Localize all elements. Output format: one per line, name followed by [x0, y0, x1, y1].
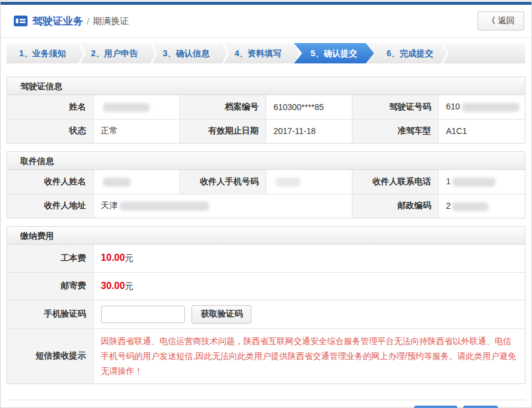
- table-row: 邮寄费 30.00元: [7, 272, 525, 300]
- table-row: 姓名 档案编号 610300****85 驾驶证号码 610: [7, 95, 525, 119]
- redacted-value: [452, 178, 495, 187]
- production-fee-amount: 10.00: [101, 252, 125, 263]
- vehicle-class-label: 准驾车型: [352, 119, 439, 143]
- sms-notice-cell: 因陕西省联通、电信运营商技术问题，陕西省互联网交通安全综合服务管理平台无法向持陕…: [93, 328, 525, 383]
- sms-code-cell: 获取验证码: [93, 300, 525, 328]
- sms-notice-label: 短信接收提示: [7, 328, 93, 383]
- table-row: 工本费 10.00元: [7, 245, 525, 272]
- file-number-value: 610300****85: [266, 95, 352, 119]
- payment-panel: 缴纳费用 工本费 10.00元 邮寄费 30.00元 手机验证码 获取验证码 短…: [7, 226, 525, 384]
- recipient-address-value: 天津: [93, 194, 352, 218]
- step-3-confirm-info: 3、确认信息: [150, 43, 222, 63]
- name-value: [93, 95, 180, 119]
- pickup-info-panel: 取件信息 收件人姓名 收件人手机号码 收件人联系电话 1 收件人地址 天津 邮政…: [7, 151, 525, 218]
- step-progress-bar: 1、业务须知 2、用户申告 3、确认信息 4、资料填写 5、确认提交 6、完成提…: [7, 43, 525, 63]
- page-header: 驾驶证业务 / 期满换证 〈返回: [1, 5, 531, 38]
- step-5-confirm-submit-active: 5、确认提交: [294, 43, 374, 63]
- production-fee-value: 10.00元: [93, 245, 525, 272]
- file-number-label: 档案编号: [180, 95, 266, 119]
- vehicle-class-value: A1C1: [439, 119, 525, 143]
- table-row: 状态 正常 有效期止日期 2017-11-18 准驾车型 A1C1: [7, 119, 525, 143]
- license-info-table: 姓名 档案编号 610300****85 驾驶证号码 610 状态 正常 有效期…: [7, 95, 525, 143]
- page-title: 驾驶证业务: [32, 14, 83, 28]
- expiry-date-label: 有效期止日期: [180, 119, 266, 143]
- status-label: 状态: [7, 119, 93, 143]
- table-row: 短信接收提示 因陕西省联通、电信运营商技术问题，陕西省互联网交通安全综合服务管理…: [7, 328, 525, 383]
- step-1-business-notice: 1、业务须知: [7, 43, 78, 63]
- expiry-date-value: 2017-11-18: [266, 119, 352, 143]
- pickup-info-title: 取件信息: [7, 152, 525, 170]
- license-number-value: 610: [439, 95, 525, 119]
- table-row: 收件人地址 天津 邮政编码 2: [7, 194, 525, 218]
- step-2-user-declaration: 2、用户申告: [78, 43, 150, 63]
- sms-code-input[interactable]: [101, 306, 185, 323]
- license-card-icon: [14, 16, 28, 26]
- postage-fee-value: 30.00元: [93, 272, 525, 300]
- table-row: 收件人姓名 收件人手机号码 收件人联系电话 1: [7, 170, 525, 194]
- pickup-info-table: 收件人姓名 收件人手机号码 收件人联系电话 1 收件人地址 天津 邮政编码 2: [7, 170, 525, 218]
- postage-fee-amount: 30.00: [101, 281, 125, 291]
- breadcrumb-current: 期满换证: [93, 16, 129, 27]
- table-row: 手机验证码 获取验证码: [7, 300, 525, 328]
- page: 驾驶证业务 / 期满换证 〈返回 1、业务须知 2、用户申告 3、确认信息 4、…: [0, 0, 532, 408]
- redacted-value: [103, 103, 150, 112]
- status-value: 正常: [93, 119, 180, 143]
- license-info-title: 驾驶证信息: [7, 77, 525, 95]
- footer-actions: 上一步 完成: [1, 400, 531, 408]
- production-fee-unit: 元: [125, 253, 133, 263]
- recipient-name-label: 收件人姓名: [7, 170, 93, 194]
- recipient-name-value: [93, 170, 180, 194]
- redacted-value: [462, 103, 519, 112]
- recipient-mobile-label: 收件人手机号码: [180, 170, 266, 194]
- back-button-label: 返回: [498, 16, 515, 25]
- production-fee-label: 工本费: [7, 245, 93, 272]
- license-info-panel: 驾驶证信息 姓名 档案编号 610300****85 驾驶证号码 610 状态 …: [7, 77, 525, 144]
- postal-code-label: 邮政编码: [352, 194, 439, 218]
- breadcrumb-separator: /: [87, 16, 89, 26]
- redacted-value: [275, 178, 300, 187]
- redacted-value: [452, 202, 488, 211]
- step-6-finish-submit: 6、完成提交: [374, 43, 446, 63]
- name-label: 姓名: [7, 95, 93, 119]
- recipient-phone-label: 收件人联系电话: [352, 170, 439, 194]
- finish-button[interactable]: 完成: [463, 406, 498, 408]
- redacted-value: [120, 202, 209, 211]
- recipient-address-label: 收件人地址: [7, 194, 93, 218]
- sms-notice-text: 因陕西省联通、电信运营商技术问题，陕西省互联网交通安全综合服务管理平台无法向持陕…: [101, 334, 516, 379]
- step-4-fill-material: 4、资料填写: [222, 43, 294, 63]
- payment-title: 缴纳费用: [7, 227, 525, 245]
- postal-code-value: 2: [439, 194, 525, 218]
- license-number-label: 驾驶证号码: [352, 95, 439, 119]
- get-sms-code-button[interactable]: 获取验证码: [191, 305, 251, 324]
- sms-code-label: 手机验证码: [7, 300, 93, 328]
- back-chevron-icon: 〈: [487, 16, 495, 25]
- recipient-mobile-value: [266, 170, 352, 194]
- postage-fee-label: 邮寄费: [7, 272, 93, 300]
- recipient-phone-value: 1: [439, 170, 525, 194]
- postage-fee-unit: 元: [125, 281, 133, 291]
- back-button[interactable]: 〈返回: [478, 11, 524, 31]
- redacted-value: [103, 178, 130, 187]
- payment-table: 工本费 10.00元 邮寄费 30.00元 手机验证码 获取验证码 短信接收提示…: [7, 245, 525, 383]
- previous-step-button[interactable]: 上一步: [414, 406, 457, 408]
